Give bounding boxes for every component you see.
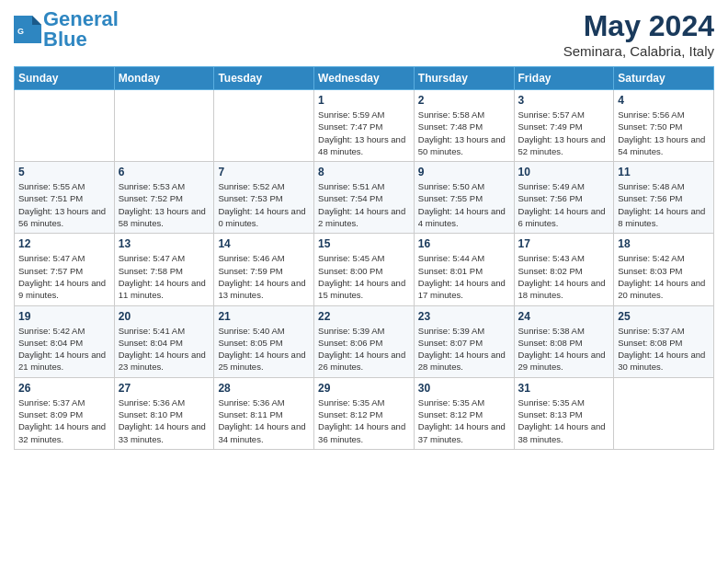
- day-header-sunday: Sunday: [15, 67, 115, 90]
- calendar-page: G General Blue May 2024 Seminara, Calabr…: [0, 0, 728, 459]
- calendar-cell: 4Sunrise: 5:56 AMSunset: 7:50 PMDaylight…: [614, 90, 714, 162]
- calendar-cell: 24Sunrise: 5:38 AMSunset: 8:08 PMDayligh…: [514, 305, 614, 377]
- day-number: 27: [119, 382, 210, 395]
- days-header-row: SundayMondayTuesdayWednesdayThursdayFrid…: [15, 67, 714, 90]
- calendar-cell: 9Sunrise: 5:50 AMSunset: 7:55 PMDaylight…: [414, 162, 514, 234]
- calendar-cell: 28Sunrise: 5:36 AMSunset: 8:11 PMDayligh…: [214, 377, 314, 449]
- day-number: 12: [18, 237, 110, 250]
- day-details: Sunrise: 5:52 AMSunset: 7:53 PMDaylight:…: [218, 180, 310, 229]
- calendar-cell: 15Sunrise: 5:45 AMSunset: 8:00 PMDayligh…: [314, 234, 415, 305]
- logo-text: General Blue: [43, 9, 119, 50]
- day-number: 11: [618, 166, 710, 178]
- day-number: 30: [418, 382, 510, 395]
- week-row-4: 19Sunrise: 5:42 AMSunset: 8:04 PMDayligh…: [15, 305, 714, 377]
- calendar-cell: 1Sunrise: 5:59 AMSunset: 7:47 PMDaylight…: [314, 90, 415, 162]
- calendar-cell: 19Sunrise: 5:42 AMSunset: 8:04 PMDayligh…: [15, 305, 115, 377]
- day-number: 14: [218, 237, 310, 250]
- day-details: Sunrise: 5:45 AMSunset: 8:00 PMDaylight:…: [318, 252, 410, 301]
- day-header-saturday: Saturday: [614, 67, 714, 90]
- calendar-cell: 31Sunrise: 5:35 AMSunset: 8:13 PMDayligh…: [514, 377, 614, 449]
- header: G General Blue May 2024 Seminara, Calabr…: [14, 9, 714, 59]
- day-number: 25: [618, 310, 710, 323]
- day-details: Sunrise: 5:49 AMSunset: 7:56 PMDaylight:…: [518, 180, 610, 229]
- calendar-cell: 27Sunrise: 5:36 AMSunset: 8:10 PMDayligh…: [114, 377, 214, 449]
- week-row-2: 5Sunrise: 5:55 AMSunset: 7:51 PMDaylight…: [15, 162, 714, 234]
- day-details: Sunrise: 5:57 AMSunset: 7:49 PMDaylight:…: [518, 109, 610, 157]
- calendar-cell: [114, 90, 214, 162]
- day-details: Sunrise: 5:48 AMSunset: 7:56 PMDaylight:…: [618, 180, 710, 229]
- week-row-5: 26Sunrise: 5:37 AMSunset: 8:09 PMDayligh…: [15, 377, 714, 449]
- calendar-cell: [15, 90, 115, 162]
- day-details: Sunrise: 5:35 AMSunset: 8:13 PMDaylight:…: [518, 396, 610, 445]
- calendar-cell: [614, 377, 714, 449]
- calendar-cell: 10Sunrise: 5:49 AMSunset: 7:56 PMDayligh…: [514, 162, 614, 234]
- day-number: 4: [618, 94, 710, 107]
- day-details: Sunrise: 5:42 AMSunset: 8:04 PMDaylight:…: [18, 325, 110, 373]
- day-details: Sunrise: 5:43 AMSunset: 8:02 PMDaylight:…: [518, 252, 610, 301]
- day-details: Sunrise: 5:37 AMSunset: 8:08 PMDaylight:…: [618, 325, 710, 373]
- day-number: 15: [318, 237, 410, 250]
- day-details: Sunrise: 5:47 AMSunset: 7:58 PMDaylight:…: [119, 252, 210, 301]
- day-number: 13: [119, 237, 210, 250]
- day-details: Sunrise: 5:35 AMSunset: 8:12 PMDaylight:…: [418, 396, 510, 445]
- day-details: Sunrise: 5:36 AMSunset: 8:11 PMDaylight:…: [218, 396, 310, 445]
- day-number: 31: [518, 382, 610, 395]
- calendar-cell: [214, 90, 314, 162]
- calendar-cell: 16Sunrise: 5:44 AMSunset: 8:01 PMDayligh…: [414, 234, 514, 305]
- day-number: 2: [418, 94, 510, 107]
- calendar-cell: 5Sunrise: 5:55 AMSunset: 7:51 PMDaylight…: [15, 162, 115, 234]
- day-details: Sunrise: 5:38 AMSunset: 8:08 PMDaylight:…: [518, 325, 610, 373]
- calendar-cell: 11Sunrise: 5:48 AMSunset: 7:56 PMDayligh…: [614, 162, 714, 234]
- calendar-table: SundayMondayTuesdayWednesdayThursdayFrid…: [14, 66, 714, 450]
- calendar-cell: 25Sunrise: 5:37 AMSunset: 8:08 PMDayligh…: [614, 305, 714, 377]
- day-header-monday: Monday: [114, 67, 214, 90]
- day-number: 5: [18, 166, 110, 178]
- calendar-cell: 20Sunrise: 5:41 AMSunset: 8:04 PMDayligh…: [114, 305, 214, 377]
- calendar-cell: 3Sunrise: 5:57 AMSunset: 7:49 PMDaylight…: [514, 90, 614, 162]
- day-number: 21: [218, 310, 310, 323]
- day-details: Sunrise: 5:36 AMSunset: 8:10 PMDaylight:…: [119, 396, 210, 445]
- day-details: Sunrise: 5:39 AMSunset: 8:07 PMDaylight:…: [418, 325, 510, 373]
- location: Seminara, Calabria, Italy: [563, 43, 714, 59]
- week-row-3: 12Sunrise: 5:47 AMSunset: 7:57 PMDayligh…: [15, 234, 714, 305]
- day-number: 22: [318, 310, 410, 323]
- calendar-cell: 13Sunrise: 5:47 AMSunset: 7:58 PMDayligh…: [114, 234, 214, 305]
- day-number: 29: [318, 382, 410, 395]
- day-number: 3: [518, 94, 610, 107]
- day-details: Sunrise: 5:41 AMSunset: 8:04 PMDaylight:…: [119, 325, 210, 373]
- day-details: Sunrise: 5:56 AMSunset: 7:50 PMDaylight:…: [618, 109, 710, 157]
- day-details: Sunrise: 5:50 AMSunset: 7:55 PMDaylight:…: [418, 180, 510, 229]
- logo: G General Blue: [14, 9, 119, 50]
- day-number: 10: [518, 166, 610, 178]
- day-number: 24: [518, 310, 610, 323]
- day-number: 28: [218, 382, 310, 395]
- month-title: May 2024: [563, 9, 714, 43]
- day-details: Sunrise: 5:40 AMSunset: 8:05 PMDaylight:…: [218, 325, 310, 373]
- day-details: Sunrise: 5:53 AMSunset: 7:52 PMDaylight:…: [119, 180, 210, 229]
- day-details: Sunrise: 5:35 AMSunset: 8:12 PMDaylight:…: [318, 396, 410, 445]
- calendar-cell: 22Sunrise: 5:39 AMSunset: 8:06 PMDayligh…: [314, 305, 415, 377]
- day-number: 19: [18, 310, 110, 323]
- day-number: 23: [418, 310, 510, 323]
- day-number: 16: [418, 237, 510, 250]
- day-details: Sunrise: 5:42 AMSunset: 8:03 PMDaylight:…: [618, 252, 710, 301]
- day-number: 1: [318, 94, 410, 107]
- day-details: Sunrise: 5:47 AMSunset: 7:57 PMDaylight:…: [18, 252, 110, 301]
- day-details: Sunrise: 5:59 AMSunset: 7:47 PMDaylight:…: [318, 109, 410, 157]
- day-number: 17: [518, 237, 610, 250]
- day-details: Sunrise: 5:58 AMSunset: 7:48 PMDaylight:…: [418, 109, 510, 157]
- calendar-cell: 8Sunrise: 5:51 AMSunset: 7:54 PMDaylight…: [314, 162, 415, 234]
- day-number: 26: [18, 382, 110, 395]
- calendar-cell: 6Sunrise: 5:53 AMSunset: 7:52 PMDaylight…: [114, 162, 214, 234]
- day-header-tuesday: Tuesday: [214, 67, 314, 90]
- day-number: 20: [119, 310, 210, 323]
- calendar-cell: 17Sunrise: 5:43 AMSunset: 8:02 PMDayligh…: [514, 234, 614, 305]
- day-header-thursday: Thursday: [414, 67, 514, 90]
- day-number: 7: [218, 166, 310, 178]
- week-row-1: 1Sunrise: 5:59 AMSunset: 7:47 PMDaylight…: [15, 90, 714, 162]
- day-number: 18: [618, 237, 710, 250]
- day-number: 9: [418, 166, 510, 178]
- day-header-wednesday: Wednesday: [314, 67, 415, 90]
- day-header-friday: Friday: [514, 67, 614, 90]
- calendar-cell: 7Sunrise: 5:52 AMSunset: 7:53 PMDaylight…: [214, 162, 314, 234]
